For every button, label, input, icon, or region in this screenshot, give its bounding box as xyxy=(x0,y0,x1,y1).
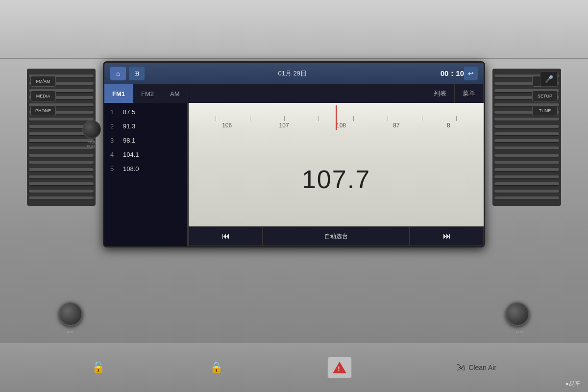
tab-fm2[interactable]: FM2 xyxy=(133,84,162,103)
tune-knob[interactable] xyxy=(506,302,529,326)
media-button[interactable]: MEDIA xyxy=(30,91,56,101)
pwr-push-button[interactable] xyxy=(82,120,101,139)
scale-label-87: 87 xyxy=(393,122,399,129)
mic-icon: 🎤 xyxy=(545,75,553,83)
preset-item-5[interactable]: 5 108.0 xyxy=(104,162,187,176)
clean-air-icon: 🌬 xyxy=(457,363,466,373)
mic-button[interactable]: 🎤 xyxy=(540,71,558,87)
clean-air-label: Clean Air xyxy=(468,364,496,371)
infotainment-screen: ⌂ ⊞ 01月 29日 00：10 ↩ FM1 FM2 AM 列表 菜单 xyxy=(103,61,485,247)
scale-label-107: 107 xyxy=(279,122,289,129)
top-trim xyxy=(0,0,588,59)
watermark: ●易车 xyxy=(565,380,581,388)
vol-label: VOL xyxy=(54,330,87,334)
dashboard: FM/AM MEDIA PHONE DISP SETUP TUNE PWR PU… xyxy=(0,0,588,392)
vol-knob[interactable] xyxy=(59,302,82,326)
hazard-icon xyxy=(333,362,346,373)
unlock-icon: 🔓 xyxy=(92,361,105,374)
pwr-label: PWR PUSH xyxy=(77,141,106,149)
tune-label: TUNE xyxy=(506,330,536,334)
setup-button[interactable]: SETUP xyxy=(532,91,558,101)
frequency-scale: 106 107 108 87 8 xyxy=(189,103,484,132)
phone-button[interactable]: PHONE xyxy=(30,105,56,116)
lock-icon: 🔒 xyxy=(210,361,223,374)
tab-list[interactable]: 列表 xyxy=(426,84,455,103)
unlock-button[interactable]: 🔓 xyxy=(92,361,105,374)
bottom-panel: 🔓 🔒 🌬 Clean Air xyxy=(0,343,588,392)
auto-scan-button[interactable]: 自动选台 xyxy=(263,226,410,246)
back-button[interactable]: ↩ xyxy=(464,67,478,80)
screen-topbar: ⌂ ⊞ 01月 29日 00：10 ↩ xyxy=(104,63,484,84)
scale-label-108: 108 xyxy=(336,122,346,129)
hazard-button[interactable] xyxy=(327,357,352,378)
screen-tabs: FM1 FM2 AM 列表 菜单 xyxy=(104,84,484,103)
current-frequency-display: 107.7 xyxy=(189,132,484,226)
home-button[interactable]: ⌂ xyxy=(110,67,126,80)
clean-air-button[interactable]: 🌬 Clean Air xyxy=(457,363,496,373)
tab-fm1[interactable]: FM1 xyxy=(104,84,133,103)
fm-am-button[interactable]: FM/AM xyxy=(30,76,56,87)
date-display: 01月 29日 xyxy=(145,69,441,78)
watermark-text: ●易车 xyxy=(565,380,581,388)
prev-station-button[interactable]: ⏮ xyxy=(189,226,263,246)
scale-label-8: 8 xyxy=(447,122,450,129)
time-display: 00：10 xyxy=(441,69,464,78)
preset-item-3[interactable]: 3 98.1 xyxy=(104,133,187,147)
preset-item-1[interactable]: 1 87.5 xyxy=(104,105,187,119)
preset-item-4[interactable]: 4 104.1 xyxy=(104,147,187,162)
topbar-nav: ⌂ ⊞ xyxy=(110,67,145,80)
scale-label-106: 106 xyxy=(222,122,232,129)
radio-display: 106 107 108 87 8 107.7 xyxy=(189,103,484,246)
preset-item-2[interactable]: 2 91.3 xyxy=(104,119,187,133)
preset-list: 1 87.5 2 91.3 3 98.1 4 104.1 xyxy=(104,103,188,246)
tab-am[interactable]: AM xyxy=(162,84,188,103)
tune-button[interactable]: TUNE xyxy=(532,105,558,116)
screen-content: ⌂ ⊞ 01月 29日 00：10 ↩ FM1 FM2 AM 列表 菜单 xyxy=(104,63,484,246)
frequency-needle xyxy=(336,105,337,130)
lock-button[interactable]: 🔒 xyxy=(210,361,223,374)
next-station-button[interactable]: ⏭ xyxy=(410,226,484,246)
tab-menu[interactable]: 菜单 xyxy=(455,84,484,103)
screen-main: 1 87.5 2 91.3 3 98.1 4 104.1 xyxy=(104,103,484,246)
grid-button[interactable]: ⊞ xyxy=(129,67,145,80)
left-physical-buttons: FM/AM MEDIA PHONE xyxy=(30,76,56,116)
radio-controls: ⏮ 自动选台 ⏭ xyxy=(189,226,484,246)
